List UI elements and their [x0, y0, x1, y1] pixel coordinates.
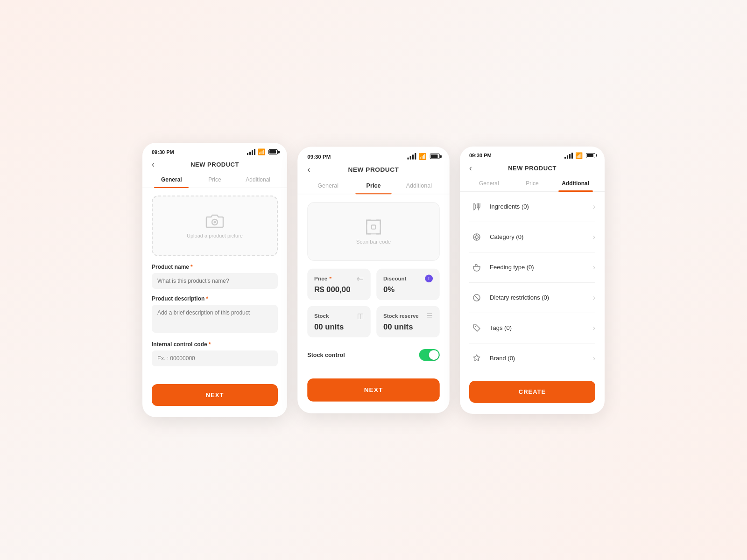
- tags-label: Tags (0): [490, 324, 593, 331]
- tab-general-2[interactable]: General: [305, 178, 351, 194]
- tab-price-3[interactable]: Price: [511, 176, 554, 191]
- additional-item-ingredients[interactable]: Ingredients (0) ›: [469, 192, 595, 222]
- discount-box[interactable]: Discount ! 0%: [376, 269, 439, 300]
- signal-icon-3: [564, 153, 573, 159]
- internal-code-label: Internal control code *: [152, 341, 278, 348]
- tab-general-1[interactable]: General: [150, 173, 193, 188]
- required-star-desc: *: [206, 295, 208, 302]
- product-desc-input[interactable]: [152, 305, 278, 333]
- stock-control-row: Stock control: [307, 343, 440, 366]
- stock-reserve-value: 00 units: [383, 322, 433, 331]
- ingredients-label: Ingredients (0): [490, 203, 593, 210]
- brand-icon: [469, 351, 484, 366]
- tab-additional-3[interactable]: Additional: [554, 176, 597, 191]
- create-button[interactable]: CREATE: [469, 381, 595, 403]
- internal-code-input[interactable]: [152, 350, 278, 366]
- time-2: 09:30 PM: [307, 154, 331, 160]
- nav-title-2: NEW PRODUCT: [348, 166, 399, 173]
- status-bar-2: 09:30 PM 📶: [297, 147, 450, 163]
- required-star-code: *: [209, 341, 211, 348]
- screen-general: 09:30 PM 📶 ‹ NEW PRODUCT General: [142, 143, 287, 417]
- stock-box[interactable]: Stock ◫ 00 units: [307, 306, 370, 337]
- svg-rect-3: [372, 225, 375, 229]
- wifi-icon-3: 📶: [575, 152, 583, 159]
- additional-item-brand[interactable]: Brand (0) ›: [469, 343, 595, 373]
- tab-price-2[interactable]: Price: [351, 178, 396, 194]
- discount-title: Discount: [383, 276, 406, 282]
- barcode-text: Scan bar code: [356, 239, 391, 245]
- tabs-3: General Price Additional: [460, 176, 605, 192]
- time-1: 09:30 PM: [152, 149, 174, 155]
- tags-icon: [469, 321, 484, 336]
- required-star-name: *: [190, 264, 193, 270]
- product-desc-label: Product description *: [152, 295, 278, 302]
- discount-label-row: Discount !: [383, 274, 433, 282]
- battery-icon-3: [586, 153, 595, 158]
- brand-chevron: ›: [593, 354, 595, 363]
- category-icon: [469, 230, 484, 245]
- additional-item-tags[interactable]: Tags (0) ›: [469, 313, 595, 343]
- nav-header-3: ‹ NEW PRODUCT: [460, 162, 605, 176]
- stock-grid: Stock ◫ 00 units Stock reserve ☰ 00 unit…: [307, 306, 440, 337]
- status-icons-3: 📶: [564, 152, 595, 159]
- toggle-knob: [429, 350, 439, 360]
- status-bar-3: 09:30 PM 📶: [460, 147, 605, 162]
- svg-point-5: [475, 236, 478, 238]
- svg-point-12: [475, 326, 476, 327]
- wifi-icon-1: 📶: [258, 148, 265, 155]
- back-button-1[interactable]: ‹: [152, 160, 155, 169]
- category-label: Category (0): [490, 233, 593, 240]
- nav-header-2: ‹ NEW PRODUCT: [297, 163, 450, 178]
- dietary-icon: [469, 290, 484, 305]
- scan-icon: [365, 218, 382, 236]
- feeding-chevron: ›: [593, 263, 595, 272]
- price-tag-icon: 🏷: [357, 274, 364, 282]
- additional-item-category[interactable]: Category (0) ›: [469, 222, 595, 252]
- tabs-1: General Price Additional: [142, 173, 287, 188]
- price-value: R$ 000,00: [314, 286, 364, 294]
- additional-item-feeding[interactable]: Feeding type (0) ›: [469, 252, 595, 283]
- signal-icon-2: [407, 153, 416, 160]
- nav-title-3: NEW PRODUCT: [508, 165, 557, 172]
- stock-reserve-title: Stock reserve: [383, 313, 419, 319]
- tab-price-1[interactable]: Price: [193, 173, 237, 188]
- next-button-1[interactable]: NEXT: [152, 384, 278, 406]
- stock-reserve-icon: ☰: [426, 312, 433, 320]
- upload-text: Upload a product picture: [187, 233, 243, 238]
- barcode-area[interactable]: Scan bar code: [307, 202, 440, 261]
- signal-icon-1: [247, 149, 255, 155]
- brand-label: Brand (0): [490, 355, 593, 362]
- battery-icon-2: [430, 154, 440, 159]
- stock-reserve-box[interactable]: Stock reserve ☰ 00 units: [376, 306, 439, 337]
- info-dot-icon: !: [425, 274, 433, 282]
- ingredients-icon: [469, 199, 484, 214]
- tab-additional-1[interactable]: Additional: [236, 173, 280, 188]
- upload-area[interactable]: Upload a product picture: [152, 196, 278, 256]
- product-name-input[interactable]: [152, 273, 278, 289]
- product-name-label: Product name *: [152, 264, 278, 270]
- stock-control-toggle[interactable]: [419, 349, 440, 361]
- feeding-icon: [469, 260, 484, 275]
- price-box[interactable]: Price * 🏷 R$ 000,00: [307, 269, 370, 300]
- screen-additional: 09:30 PM 📶 ‹ NEW PRODUCT General: [460, 147, 605, 414]
- tab-general-3[interactable]: General: [467, 176, 511, 191]
- category-chevron: ›: [593, 233, 595, 241]
- next-button-2[interactable]: NEXT: [307, 378, 440, 401]
- back-button-2[interactable]: ‹: [307, 164, 310, 175]
- stock-value: 00 units: [314, 322, 364, 331]
- stock-control-label: Stock control: [307, 351, 345, 358]
- stock-title: Stock: [314, 313, 329, 319]
- price-discount-grid: Price * 🏷 R$ 000,00 Discount ! 0%: [307, 269, 440, 300]
- camera-icon: [205, 213, 224, 229]
- stock-icon: ◫: [357, 312, 364, 320]
- price-label-row: Price * 🏷: [314, 274, 364, 282]
- nav-title-1: NEW PRODUCT: [190, 161, 239, 168]
- additional-item-dietary[interactable]: Dietary restrictions (0) ›: [469, 283, 595, 313]
- wifi-icon-2: 📶: [419, 153, 427, 160]
- svg-line-11: [474, 295, 479, 300]
- tabs-2: General Price Additional: [297, 178, 450, 195]
- tab-additional-2[interactable]: Additional: [396, 178, 442, 194]
- status-icons-1: 📶: [247, 148, 278, 155]
- back-button-3[interactable]: ‹: [469, 163, 472, 173]
- ingredients-chevron: ›: [593, 203, 595, 211]
